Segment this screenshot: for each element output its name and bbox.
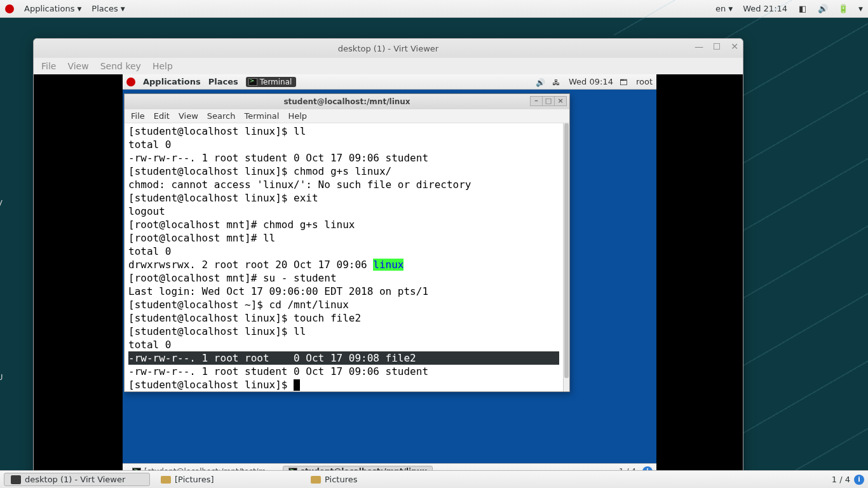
- guest-top-bar: Applications Places Terminal Wed 09:14 r…: [123, 74, 656, 90]
- menu-view[interactable]: View: [179, 111, 198, 121]
- label: desktop (1) - Virt Viewer: [25, 475, 125, 484]
- host-taskbar-button-active[interactable]: desktop (1) - Virt Viewer: [4, 473, 150, 486]
- menu-edit[interactable]: Edit: [154, 111, 170, 121]
- host-taskbar: desktop (1) - Virt Viewer [Pictures] Pic…: [0, 470, 868, 488]
- terminal-line: -rw-rw-r--. 1 root student 0 Oct 17 09:0…: [128, 152, 428, 164]
- terminal-line: -rw-rw-r--. 1 root student 0 Oct 17 09:0…: [128, 365, 428, 377]
- folder-icon: [311, 476, 321, 484]
- accessibility-icon[interactable]: ◧: [797, 4, 808, 13]
- chevron-down-icon[interactable]: ▼: [858, 6, 863, 12]
- minimize-button[interactable]: —: [695, 42, 703, 51]
- terminal-line: [root@localhost mnt]# su - student: [128, 272, 337, 284]
- close-button[interactable]: ✕: [730, 42, 739, 51]
- battery-icon[interactable]: 🔋: [838, 4, 848, 13]
- label: Applications: [24, 4, 74, 13]
- label: Places: [92, 4, 118, 13]
- guest-desktop: Applications Places Terminal Wed 09:14 r…: [123, 74, 656, 478]
- host-desktop: V U desktop (1) - Virt Viewer — ☐ ✕ File…: [0, 18, 868, 470]
- label: en: [715, 4, 726, 13]
- workspace-indicator[interactable]: 1 / 4: [832, 475, 850, 484]
- host-places-menu[interactable]: Places▼: [92, 4, 125, 13]
- virt-menubar: File View Send key Help: [34, 58, 743, 74]
- terminal-title: student@localhost:/mnt/linux: [283, 97, 410, 106]
- scrollbar-thumb[interactable]: [564, 123, 569, 378]
- terminal-scrollbar[interactable]: [563, 123, 569, 391]
- menu-sendkey[interactable]: Send key: [100, 61, 141, 71]
- terminal-line: [student@localhost linux]$ ll: [128, 325, 306, 337]
- host-locale-menu[interactable]: en▼: [715, 4, 733, 13]
- terminal-line: Last login: Wed Oct 17 09:06:00 EDT 2018…: [128, 285, 428, 297]
- terminal-line: drwxrwsrwx. 2 root root 20 Oct 17 09:06 …: [128, 259, 403, 271]
- cursor-icon: [294, 379, 300, 391]
- terminal-line: [student@localhost linux]$ touch file2: [128, 312, 361, 324]
- menu-search[interactable]: Search: [207, 111, 236, 121]
- redhat-icon: [126, 78, 135, 86]
- menu-terminal[interactable]: Terminal: [244, 111, 279, 121]
- virt-titlebar[interactable]: desktop (1) - Virt Viewer — ☐ ✕: [34, 39, 743, 58]
- terminal-line: [student@localhost linux]$ chmod g+s lin…: [128, 165, 391, 177]
- terminal-line-selected: -rw-rw-r--. 1 root root 0 Oct 17 09:08 f…: [128, 351, 559, 365]
- guest-user-menu[interactable]: root: [636, 77, 653, 86]
- directory-sgid-highlight: linux: [373, 259, 403, 271]
- close-button[interactable]: ×: [554, 96, 567, 106]
- terminal-prompt-line: [student@localhost linux]$: [128, 379, 300, 391]
- label: Terminal: [260, 78, 292, 86]
- terminal-line: total 0: [128, 245, 171, 257]
- virt-viewer-window: desktop (1) - Virt Viewer — ☐ ✕ File Vie…: [33, 38, 743, 483]
- volume-icon[interactable]: 🔊: [818, 4, 828, 13]
- host-clock[interactable]: Wed 21:14: [743, 4, 787, 13]
- network-icon[interactable]: [552, 78, 562, 86]
- maximize-button[interactable]: ☐: [712, 42, 721, 51]
- menu-view[interactable]: View: [67, 61, 88, 71]
- guest-active-window-indicator[interactable]: Terminal: [246, 77, 297, 87]
- minimize-button[interactable]: –: [530, 96, 543, 106]
- terminal-titlebar[interactable]: student@localhost:/mnt/linux – □ ×: [125, 94, 569, 109]
- window-icon: [11, 475, 21, 484]
- terminal-icon: [248, 78, 257, 86]
- terminal-output[interactable]: [student@localhost linux]$ ll total 0 -r…: [125, 123, 563, 391]
- terminal-line: total 0: [128, 139, 171, 151]
- desktop-scrap: U: [0, 372, 3, 382]
- guest-clock[interactable]: Wed 09:14: [569, 77, 613, 86]
- terminal-line: chmod: cannot access 'linux/': No such f…: [128, 179, 471, 191]
- host-taskbar-button[interactable]: [Pictures]: [154, 473, 300, 486]
- folder-icon: [161, 476, 171, 484]
- host-top-bar: Applications▼ Places▼ en▼ Wed 21:14 ◧ 🔊 …: [0, 0, 868, 18]
- display-icon[interactable]: [620, 78, 630, 86]
- terminal-line: [root@localhost mnt]# chmod g+s linux: [128, 219, 355, 231]
- terminal-line: [root@localhost mnt]# ll: [128, 232, 275, 244]
- menu-file[interactable]: File: [41, 61, 56, 71]
- terminal-line: total 0: [128, 339, 171, 351]
- virt-display[interactable]: Applications Places Terminal Wed 09:14 r…: [34, 74, 743, 482]
- volume-icon[interactable]: [536, 78, 546, 86]
- chevron-down-icon: ▼: [121, 6, 125, 12]
- terminal-line: [student@localhost ~]$ cd /mnt/linux: [128, 299, 349, 311]
- guest-applications-menu[interactable]: Applications: [143, 77, 201, 86]
- label: Pictures: [325, 475, 357, 484]
- label: [Pictures]: [175, 475, 214, 484]
- host-applications-menu[interactable]: Applications▼: [24, 4, 81, 13]
- menu-help[interactable]: Help: [153, 61, 173, 71]
- chevron-down-icon: ▼: [728, 6, 733, 12]
- host-taskbar-button[interactable]: Pictures: [304, 473, 450, 486]
- maximize-button[interactable]: □: [542, 96, 555, 106]
- guest-places-menu[interactable]: Places: [208, 77, 238, 86]
- terminal-line: logout: [128, 205, 165, 217]
- chevron-down-icon: ▼: [77, 6, 81, 12]
- terminal-line: [student@localhost linux]$ exit: [128, 192, 318, 204]
- menu-help[interactable]: Help: [288, 111, 307, 121]
- terminal-menubar: File Edit View Search Terminal Help: [125, 109, 569, 123]
- desktop-scrap: V: [0, 198, 3, 208]
- redhat-icon: [5, 4, 14, 13]
- terminal-line: [student@localhost linux]$ ll: [128, 125, 306, 137]
- window-title: desktop (1) - Virt Viewer: [338, 44, 438, 53]
- info-icon[interactable]: i: [854, 475, 864, 485]
- menu-file[interactable]: File: [131, 111, 145, 121]
- terminal-window: student@localhost:/mnt/linux – □ × File …: [124, 93, 570, 392]
